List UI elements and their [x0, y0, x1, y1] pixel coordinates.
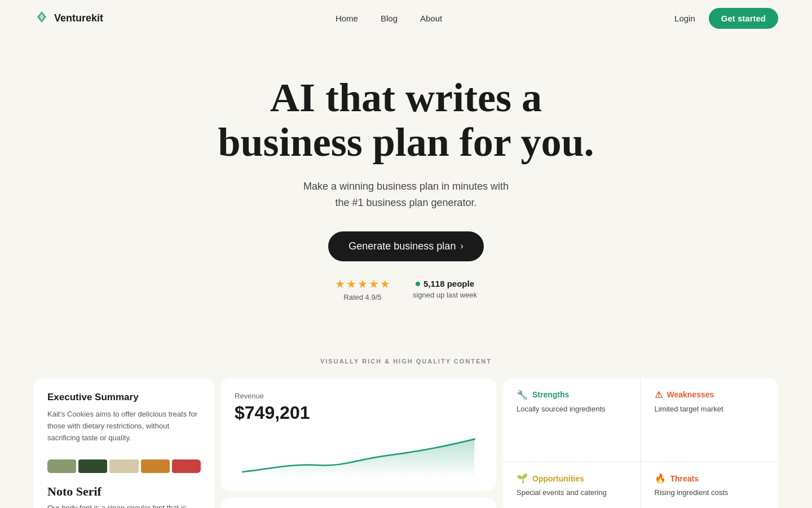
- swot-card: 🔧 Strengths Locally sourced ingredients …: [503, 378, 778, 508]
- weaknesses-label: Weaknesses: [667, 390, 714, 399]
- nav-right: Login Get started: [674, 8, 778, 29]
- generate-business-plan-button[interactable]: Generate business plan ›: [328, 231, 483, 261]
- nav-about[interactable]: About: [420, 14, 442, 23]
- signup-count: 5,118 people: [416, 279, 474, 288]
- revenue-card: Revenue $749,201: [221, 378, 496, 491]
- swatch-5: [172, 459, 201, 473]
- nav-blog[interactable]: Blog: [381, 14, 398, 23]
- logo-text: Venturekit: [54, 12, 103, 24]
- nav-home[interactable]: Home: [336, 14, 358, 23]
- threats-header: 🔥 Threats: [655, 473, 765, 484]
- revenue-amount: $749,201: [235, 402, 483, 423]
- nav-links: Home Blog About: [336, 14, 442, 23]
- exec-text: Kait's Cookies aims to offer delicious t…: [47, 409, 201, 444]
- font-title: Noto Serif: [47, 484, 201, 499]
- swot-strengths: 🔧 Strengths Locally sourced ingredients: [503, 378, 641, 462]
- strengths-text: Locally sourced ingredients: [517, 405, 627, 413]
- font-section: Noto Serif Our body font is a clean circ…: [47, 484, 201, 508]
- left-card: Executive Summary Kait's Cookies aims to…: [34, 378, 214, 508]
- hero-section: AI that writes a business plan for you. …: [0, 36, 812, 324]
- login-button[interactable]: Login: [674, 14, 695, 23]
- star-4: ★: [369, 277, 379, 291]
- hero-subheading: Make a winning business plan in minutes …: [11, 178, 801, 211]
- star-2: ★: [346, 277, 356, 291]
- revenue-label: Revenue: [235, 392, 483, 400]
- section-label: VISUALLY RICH & HIGH QUALITY CONTENT: [0, 358, 812, 365]
- star-3: ★: [358, 277, 368, 291]
- opportunities-icon: 🌱: [517, 473, 528, 484]
- opportunities-label: Opportunities: [532, 474, 584, 483]
- cards-grid: Executive Summary Kait's Cookies aims to…: [0, 378, 812, 508]
- hero-headline: AI that writes a business plan for you.: [180, 76, 632, 165]
- revenue-chart: [235, 432, 483, 478]
- opportunities-header: 🌱 Opportunities: [517, 473, 627, 484]
- threats-label: Threats: [670, 474, 699, 483]
- swatch-1: [47, 459, 76, 473]
- rating-section: ★ ★ ★ ★ ★ Rated 4.9/5: [335, 277, 390, 301]
- swatch-4: [141, 459, 170, 473]
- signup-sub: signed up last week: [413, 291, 477, 299]
- star-rating: ★ ★ ★ ★ ★: [335, 277, 390, 291]
- product-card: 🍪 Vegan Croissants With fine vegan butte…: [221, 498, 496, 508]
- font-desc: Our body font is a clean circular font t…: [47, 502, 201, 508]
- star-1: ★: [335, 277, 345, 291]
- arrow-icon: ›: [460, 241, 463, 251]
- strengths-icon: 🔧: [517, 389, 528, 400]
- weaknesses-icon: ⚠: [655, 389, 663, 400]
- weaknesses-text: Limited target market: [655, 405, 765, 413]
- strengths-header: 🔧 Strengths: [517, 389, 627, 400]
- swatch-2: [78, 459, 107, 473]
- swot-opportunities: 🌱 Opportunities Special events and cater…: [503, 462, 641, 508]
- swatch-3: [109, 459, 138, 473]
- strengths-label: Strengths: [532, 390, 569, 399]
- logo[interactable]: Venturekit: [34, 9, 103, 28]
- weaknesses-header: ⚠ Weaknesses: [655, 389, 765, 400]
- threats-text: Rising ingredient costs: [655, 488, 765, 497]
- get-started-button[interactable]: Get started: [709, 8, 778, 29]
- swot-weaknesses: ⚠ Weaknesses Limited target market: [641, 378, 779, 462]
- rating-text: Rated 4.9/5: [343, 293, 381, 301]
- social-proof: ★ ★ ★ ★ ★ Rated 4.9/5 5,118 people signe…: [11, 277, 801, 301]
- navbar: Venturekit Home Blog About Login Get sta…: [0, 0, 812, 36]
- opportunities-text: Special events and catering: [517, 488, 627, 497]
- swot-threats: 🔥 Threats Rising ingredient costs: [641, 462, 779, 508]
- logo-icon: [34, 9, 50, 28]
- online-indicator: [416, 282, 420, 286]
- exec-title: Executive Summary: [47, 392, 201, 403]
- signup-section: 5,118 people signed up last week: [413, 279, 477, 299]
- threats-icon: 🔥: [655, 473, 666, 484]
- star-5: ★: [380, 277, 390, 291]
- executive-summary: Executive Summary Kait's Cookies aims to…: [47, 392, 201, 444]
- color-palette: [47, 459, 201, 473]
